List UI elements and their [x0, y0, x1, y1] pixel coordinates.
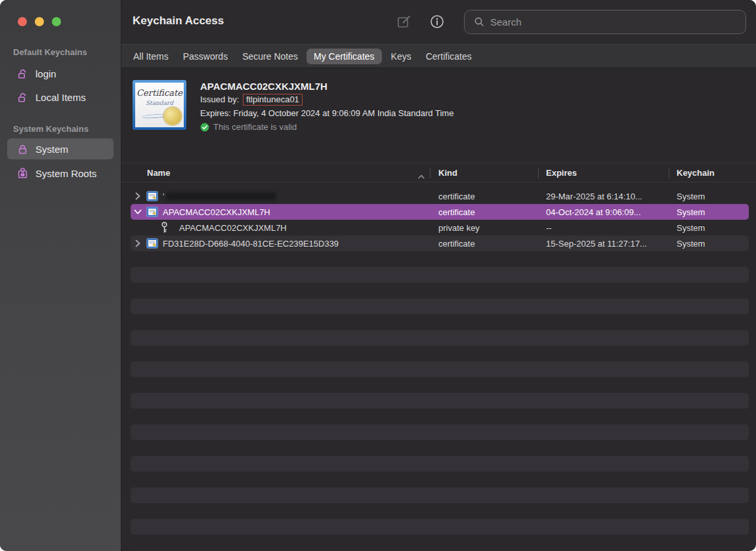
sidebar-item-label: Local Items — [35, 92, 86, 103]
sidebar-item-login[interactable]: login — [7, 64, 114, 83]
item-kind: certificate — [438, 188, 475, 204]
unlock-icon — [17, 92, 28, 103]
empty-row — [131, 346, 749, 361]
column-divider[interactable] — [538, 168, 539, 178]
empty-row — [131, 393, 749, 409]
titlebar: Keychain Access — [121, 0, 756, 44]
validity-text: This certificate is valid — [213, 122, 297, 132]
chevron-down-icon[interactable] — [133, 204, 143, 220]
tab-keys[interactable]: Keys — [391, 49, 411, 64]
empty-row — [131, 487, 749, 503]
item-kind: certificate — [438, 235, 475, 251]
certificate-detail: APACMACC02CXKJXML7H Issued by: ftlpintun… — [200, 80, 453, 132]
issuer-name: ftlpintuneca01 — [246, 94, 299, 104]
empty-row — [131, 503, 749, 519]
item-name: APACMACC02CXKJXML7H — [179, 220, 287, 235]
column-divider[interactable] — [669, 168, 669, 178]
empty-row — [131, 267, 749, 283]
item-keychain: System — [677, 204, 705, 220]
sidebar-item-label: login — [35, 68, 56, 79]
sidebar-item-system[interactable]: System — [7, 138, 114, 159]
tab-my-certificates[interactable]: My Certificates — [306, 49, 382, 64]
tab-passwords[interactable]: Passwords — [183, 49, 228, 64]
issued-by-line: Issued by: ftlpintuneca01 — [200, 92, 453, 106]
item-expires: 29-Mar-2025 at 6:14:10... — [546, 188, 642, 204]
column-header-name[interactable]: Name — [147, 168, 170, 178]
sort-ascending-icon — [418, 170, 425, 182]
issuer-annotation-box: ftlpintuneca01 — [243, 94, 303, 106]
search-icon — [474, 16, 485, 28]
empty-row — [131, 535, 749, 550]
keychain-access-window: Default Keychains login Local Items Syst… — [0, 0, 756, 551]
valid-check-icon — [200, 123, 209, 132]
empty-row — [131, 424, 749, 440]
empty-row — [131, 298, 749, 314]
empty-row — [131, 330, 749, 346]
table-header: Name Kind Expires Keychain — [121, 163, 756, 182]
sidebar-section-default-keychains: Default Keychains — [13, 47, 87, 57]
sidebar-item-system-roots[interactable]: System Roots — [7, 164, 114, 182]
issued-by-label: Issued by: — [200, 94, 239, 104]
empty-row — [131, 440, 749, 456]
page-title: Keychain Access — [133, 14, 224, 28]
search-field[interactable] — [464, 10, 746, 34]
empty-row — [131, 456, 749, 472]
certificate-badge-icon: Certificate Standard — [133, 80, 186, 130]
item-kind: private key — [438, 220, 480, 235]
item-keychain: System — [677, 220, 705, 235]
validity-line: This certificate is valid — [200, 122, 453, 132]
column-header-kind[interactable]: Kind — [438, 168, 457, 178]
sidebar: Default Keychains login Local Items Syst… — [0, 0, 121, 551]
redacted-name — [166, 192, 276, 201]
chevron-right-icon[interactable] — [133, 188, 143, 204]
tab-all-items[interactable]: All Items — [133, 49, 169, 64]
close-window-button[interactable] — [18, 17, 27, 26]
item-name: FD31E28D-D668-4040-81CE-EC239E15D339 — [163, 235, 339, 251]
empty-row — [131, 283, 749, 298]
table-row[interactable]: APACMACC02CXKJXML7Hprivate key--System — [131, 220, 749, 235]
key-icon — [161, 220, 168, 235]
empty-row — [131, 519, 749, 535]
tab-certificates[interactable]: Certificates — [426, 49, 472, 64]
table-row[interactable]: 'certificate29-Mar-2025 at 6:14:10...Sys… — [131, 188, 749, 204]
table-row[interactable]: APACMACC02CXKJXML7Hcertificate04-Oct-202… — [131, 204, 749, 220]
lock-icon — [17, 144, 28, 155]
empty-row — [131, 409, 749, 424]
column-divider[interactable] — [430, 168, 430, 178]
certificate-icon — [146, 188, 158, 204]
certificate-badge-seal — [164, 108, 181, 125]
column-header-expires[interactable]: Expires — [546, 168, 577, 178]
sidebar-item-label: System Roots — [35, 168, 96, 179]
search-input[interactable] — [490, 16, 733, 28]
empty-row — [131, 251, 749, 267]
info-icon[interactable] — [427, 12, 447, 31]
zoom-window-button[interactable] — [52, 17, 61, 26]
tab-secure-notes[interactable]: Secure Notes — [242, 49, 298, 64]
empty-row — [131, 472, 749, 487]
certificate-badge-subtitle: Standard — [135, 100, 184, 106]
tab-bar: All Items Passwords Secure Notes My Cert… — [121, 44, 756, 68]
item-expires: -- — [546, 220, 552, 235]
item-name: APACMACC02CXKJXML7H — [163, 204, 270, 220]
sidebar-item-local-items[interactable]: Local Items — [7, 88, 114, 106]
empty-row — [131, 314, 749, 330]
item-expires: 04-Oct-2024 at 9:06:09... — [546, 204, 641, 220]
certificate-icon — [146, 235, 158, 251]
certificate-badge-title: Certificate — [135, 88, 184, 98]
empty-row — [131, 377, 749, 393]
chevron-right-icon[interactable] — [133, 235, 143, 251]
unlock-icon — [17, 68, 28, 79]
item-keychain: System — [677, 235, 705, 251]
sidebar-section-system-keychains: System Keychains — [13, 124, 89, 134]
sidebar-item-label: System — [35, 144, 68, 155]
item-expires: 15-Sep-2025 at 11:27:17... — [546, 235, 647, 251]
vault-lock-icon — [17, 168, 28, 179]
compose-icon[interactable] — [394, 12, 414, 31]
expires-line: Expires: Friday, 4 October 2024 at 9:06:… — [200, 106, 453, 120]
items-list: 'certificate29-Mar-2025 at 6:14:10...Sys… — [121, 188, 756, 551]
certificate-icon — [146, 204, 158, 220]
minimize-window-button[interactable] — [35, 17, 44, 26]
main-pane: Keychain Access All Items Passwords Secu… — [121, 0, 756, 551]
column-header-keychain[interactable]: Keychain — [677, 168, 715, 178]
table-row[interactable]: FD31E28D-D668-4040-81CE-EC239E15D339cert… — [131, 235, 749, 251]
